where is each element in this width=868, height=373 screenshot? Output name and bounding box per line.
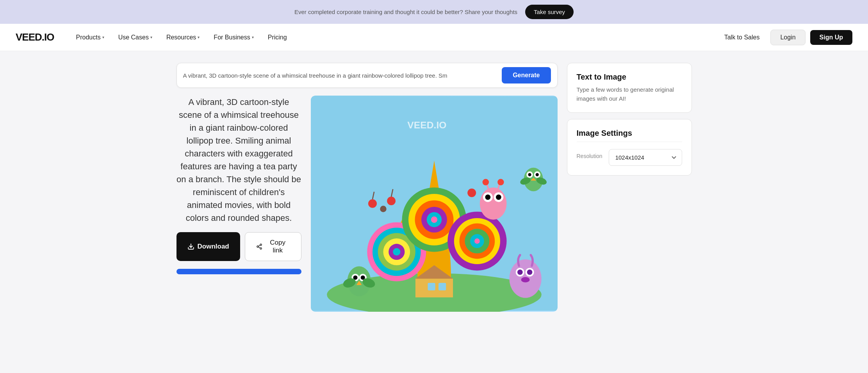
download-button[interactable]: Download	[176, 232, 240, 261]
share-icon	[256, 243, 262, 250]
action-buttons: Download Copy link	[176, 232, 301, 261]
chevron-down-icon: ▾	[198, 35, 200, 39]
text-description-panel: A vibrant, 3D cartoon-style scene of a w…	[176, 96, 301, 312]
svg-point-62	[387, 197, 396, 205]
svg-rect-29	[428, 283, 435, 290]
download-icon	[187, 243, 194, 250]
nav-item-for-business[interactable]: For Business ▾	[207, 31, 260, 44]
chevron-down-icon: ▾	[252, 35, 254, 39]
text-to-image-description: Type a few words to generate original im…	[577, 85, 682, 103]
banner-text: Ever completed corporate training and th…	[294, 9, 517, 15]
svg-point-44	[521, 277, 529, 282]
text-to-image-card: Text to Image Type a few words to genera…	[567, 63, 692, 113]
svg-point-48	[485, 194, 490, 200]
signup-button[interactable]: Sign Up	[810, 30, 852, 45]
resolution-select[interactable]: 1024x1024 512x512 1536x1536 2048x2048	[609, 149, 682, 166]
svg-line-4	[258, 247, 260, 248]
prompt-bar: Generate	[176, 63, 558, 88]
svg-text:VEED.IO: VEED.IO	[407, 120, 446, 130]
svg-point-58	[535, 173, 538, 176]
chevron-down-icon: ▾	[150, 35, 152, 39]
image-settings-title: Image Settings	[577, 129, 682, 138]
svg-point-64	[380, 206, 386, 212]
svg-rect-30	[438, 283, 446, 290]
talk-to-sales-button[interactable]: Talk to Sales	[718, 31, 766, 44]
take-survey-button[interactable]: Take survey	[525, 5, 574, 19]
navigation: VEED.IO Products ▾ Use Cases ▾ Resources…	[0, 24, 868, 51]
description-text: A vibrant, 3D cartoon-style scene of a w…	[176, 96, 301, 224]
svg-point-20	[431, 217, 437, 223]
svg-point-53	[497, 179, 504, 185]
chevron-down-icon: ▾	[102, 35, 104, 39]
nav-item-products[interactable]: Products ▾	[70, 31, 110, 44]
resolution-label: Resolution	[577, 153, 602, 159]
content-area: Generate A vibrant, 3D cartoon-style sce…	[176, 63, 558, 312]
image-settings-card: Image Settings Resolution 1024x1024 512x…	[567, 119, 692, 176]
blue-progress-bar	[176, 269, 301, 274]
svg-point-42	[517, 270, 522, 275]
right-panel: Text to Image Type a few words to genera…	[567, 63, 692, 312]
svg-line-5	[258, 245, 260, 246]
settings-divider	[577, 142, 682, 142]
svg-point-63	[467, 188, 476, 197]
svg-point-14	[393, 248, 400, 256]
svg-point-51	[482, 179, 488, 185]
svg-point-65	[368, 199, 377, 208]
svg-point-49	[496, 194, 501, 200]
announcement-banner: Ever completed corporate training and th…	[0, 0, 868, 24]
copy-link-button[interactable]: Copy link	[245, 232, 301, 261]
svg-point-26	[474, 238, 480, 244]
nav-right: Talk to Sales Login Sign Up	[718, 30, 852, 45]
main-content: Generate A vibrant, 3D cartoon-style sce…	[161, 51, 708, 323]
nav-item-resources[interactable]: Resources ▾	[160, 31, 206, 44]
generate-button[interactable]: Generate	[502, 67, 551, 83]
svg-point-45	[479, 188, 506, 220]
nav-item-pricing[interactable]: Pricing	[262, 31, 293, 44]
prompt-input[interactable]	[183, 72, 497, 79]
nav-item-use-cases[interactable]: Use Cases ▾	[112, 31, 159, 44]
svg-point-57	[528, 173, 531, 176]
generated-image-svg: VEED.IO	[311, 96, 558, 312]
result-row: A vibrant, 3D cartoon-style scene of a w…	[176, 96, 558, 312]
nav-links: Products ▾ Use Cases ▾ Resources ▾ For B…	[70, 31, 718, 44]
svg-point-43	[527, 270, 532, 275]
logo[interactable]: VEED.IO	[16, 31, 54, 43]
generated-image-container: VEED.IO	[311, 96, 558, 312]
login-button[interactable]: Login	[770, 30, 805, 45]
text-to-image-title: Text to Image	[577, 73, 682, 82]
